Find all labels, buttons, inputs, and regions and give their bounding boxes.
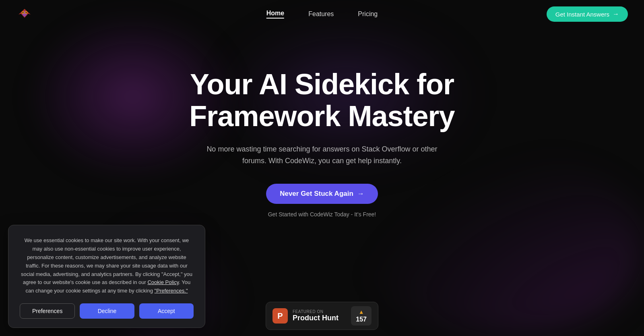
product-hunt-featured-label: FEATURED ON (293, 309, 339, 314)
hero-title: Your AI Sidekick for Framework Mastery (181, 68, 463, 132)
cookie-policy-link[interactable]: Cookie Policy (147, 279, 179, 285)
logo-icon (16, 6, 33, 23)
nav-cta-arrow-icon: → (613, 10, 619, 18)
nav-link-features[interactable]: Features (308, 10, 334, 18)
cookie-banner: We use essential cookies to make our sit… (8, 225, 205, 328)
nav-link-pricing[interactable]: Pricing (358, 10, 378, 18)
hero-subtitle: No more wasting time searching for answe… (197, 143, 447, 167)
cookie-preferences-button[interactable]: Preferences (20, 303, 75, 319)
hero-cta-arrow-icon: → (357, 190, 364, 198)
hero-cta-label: Never Get Stuck Again (280, 190, 353, 198)
nav-cta-button[interactable]: Get Instant Answers → (547, 6, 628, 22)
nav-links: Home Features Pricing (266, 10, 378, 19)
product-hunt-logo: P (272, 308, 288, 324)
nav-cta-label: Get Instant Answers (555, 11, 609, 18)
hero-cta-button[interactable]: Never Get Stuck Again → (266, 184, 378, 204)
preferences-inline-link[interactable]: "Preferences." (155, 288, 188, 294)
cookie-decline-button[interactable]: Decline (80, 303, 134, 319)
cookie-buttons: Preferences Decline Accept (20, 303, 194, 319)
votes-count: 157 (356, 316, 367, 323)
cookie-text: We use essential cookies to make our sit… (20, 236, 194, 295)
svg-point-3 (26, 12, 27, 13)
product-hunt-badge[interactable]: P FEATURED ON Product Hunt ▲ 157 (266, 302, 378, 330)
cookie-accept-button[interactable]: Accept (139, 303, 194, 319)
svg-point-2 (23, 12, 24, 13)
logo[interactable] (16, 6, 33, 23)
upvote-arrow-icon: ▲ (359, 309, 364, 315)
hero-section: Your AI Sidekick for Framework Mastery N… (0, 28, 644, 218)
product-hunt-votes: ▲ 157 (351, 306, 372, 326)
product-hunt-name: Product Hunt (293, 314, 339, 322)
hero-cta-subtext: Get Started with CodeWiz Today - It's Fr… (268, 211, 376, 218)
nav-link-home[interactable]: Home (266, 10, 284, 19)
product-hunt-text: FEATURED ON Product Hunt (293, 309, 339, 322)
navbar: Home Features Pricing Get Instant Answer… (0, 0, 644, 28)
